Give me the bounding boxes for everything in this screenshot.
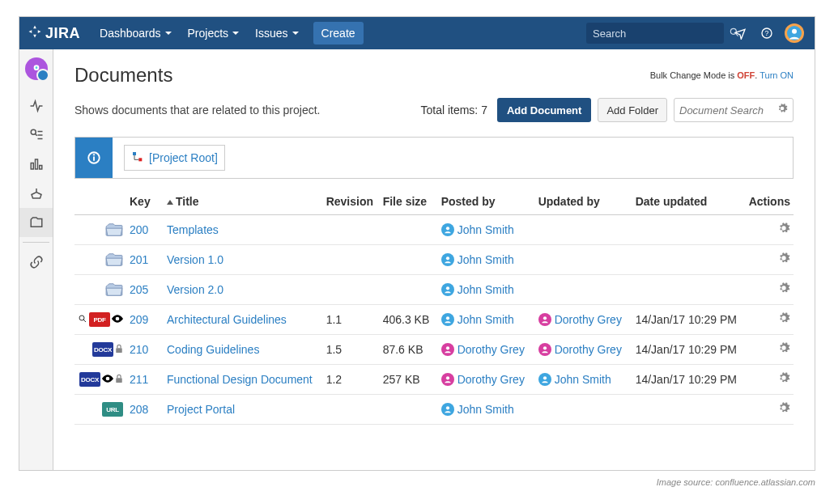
top-nav: JIRA Dashboards Projects Issues Create ?: [19, 17, 815, 49]
user-link[interactable]: John Smith: [441, 403, 514, 416]
document-search-input[interactable]: [679, 104, 777, 116]
breadcrumb-root-link[interactable]: [Project Root]: [149, 151, 218, 164]
user-avatar-icon: [441, 403, 454, 416]
doc-revision: 1.5: [323, 335, 380, 365]
folder-icon[interactable]: [78, 282, 123, 297]
user-menu[interactable]: [784, 23, 806, 43]
add-folder-button[interactable]: Add Folder: [598, 98, 667, 122]
user-link[interactable]: Dorothy Grey: [441, 343, 525, 356]
doc-revision: 1.2: [323, 365, 380, 395]
column-date-updated[interactable]: Date updated: [632, 188, 746, 215]
sidebar-activity-icon[interactable]: [19, 91, 53, 121]
doc-key-link[interactable]: 210: [130, 343, 148, 356]
help-icon[interactable]: ?: [756, 27, 779, 40]
doc-title-link[interactable]: Templates: [167, 223, 219, 236]
table-row: 200TemplatesJohn Smith: [74, 215, 794, 245]
table-row: DOCX210Coding Guidelines1.587.6 KBDoroth…: [74, 335, 794, 365]
search-settings-gear-icon[interactable]: [777, 103, 788, 117]
zoom-icon[interactable]: [78, 314, 87, 325]
info-icon[interactable]: [75, 138, 113, 178]
doc-title-link[interactable]: Architectural Guidelines: [167, 313, 287, 326]
sidebar-search-list-icon[interactable]: [19, 121, 53, 150]
user-link[interactable]: John Smith: [441, 253, 514, 266]
create-button[interactable]: Create: [313, 22, 364, 44]
doc-key-link[interactable]: 208: [130, 403, 148, 416]
user-link[interactable]: Dorothy Grey: [441, 373, 525, 386]
folder-icon[interactable]: [78, 252, 123, 267]
row-actions-gear-icon[interactable]: [777, 313, 790, 327]
global-search-input[interactable]: [593, 28, 729, 40]
user-link[interactable]: Dorothy Grey: [538, 313, 622, 326]
doc-key-link[interactable]: 200: [130, 223, 148, 236]
svg-point-26: [446, 286, 449, 290]
user-link[interactable]: John Smith: [441, 313, 514, 326]
svg-point-24: [446, 227, 449, 230]
doc-date-updated: [632, 275, 746, 305]
svg-point-25: [446, 256, 449, 260]
user-avatar-icon: [441, 313, 454, 326]
doc-date-updated: 14/Jan/17 10:29 PM: [632, 365, 746, 395]
eye-icon[interactable]: [112, 315, 123, 324]
svg-point-7: [35, 66, 37, 69]
lock-icon: [115, 344, 123, 355]
row-actions-gear-icon[interactable]: [777, 253, 790, 267]
doc-key-link[interactable]: 201: [130, 253, 148, 266]
table-row: URL208Project PortalJohn Smith: [74, 395, 794, 425]
sidebar-documents-icon[interactable]: [19, 208, 53, 237]
eye-icon[interactable]: [102, 375, 113, 384]
jira-logo[interactable]: JIRA: [28, 24, 80, 42]
svg-point-37: [446, 406, 449, 409]
row-actions-gear-icon[interactable]: [777, 403, 790, 417]
doc-date-updated: [632, 395, 746, 425]
doc-key-link[interactable]: 211: [130, 373, 148, 386]
breadcrumb-root[interactable]: [Project Root]: [124, 145, 225, 171]
doc-title-link[interactable]: Functional Design Document: [167, 373, 313, 386]
svg-point-19: [94, 155, 95, 155]
row-actions-gear-icon[interactable]: [777, 223, 790, 237]
svg-rect-34: [116, 378, 122, 383]
project-sidebar: [19, 49, 53, 470]
doc-key-link[interactable]: 205: [130, 283, 148, 296]
column-title[interactable]: Title: [164, 188, 323, 215]
column-posted-by[interactable]: Posted by: [438, 188, 535, 215]
user-link[interactable]: John Smith: [441, 283, 514, 296]
nav-issues[interactable]: Issues: [247, 17, 306, 49]
sidebar-ship-icon[interactable]: [19, 179, 53, 208]
add-document-button[interactable]: Add Document: [497, 98, 591, 122]
doc-revision: [323, 245, 380, 275]
nav-dashboards[interactable]: Dashboards: [91, 17, 180, 49]
column-revision[interactable]: Revision: [323, 188, 380, 215]
column-key[interactable]: Key: [126, 188, 164, 215]
folder-icon[interactable]: [78, 222, 123, 237]
sidebar-reports-icon[interactable]: [19, 150, 53, 179]
column-filesize[interactable]: File size: [380, 188, 438, 215]
sidebar-divider: [23, 242, 49, 243]
user-link[interactable]: Dorothy Grey: [538, 343, 622, 356]
doc-title-link[interactable]: Version 2.0: [167, 283, 223, 296]
doc-title-link[interactable]: Coding Guidelines: [167, 343, 259, 356]
doc-title-link[interactable]: Project Portal: [167, 403, 235, 416]
table-row: DOCX211Functional Design Document1.2257 …: [74, 365, 794, 395]
doc-key-link[interactable]: 209: [130, 313, 148, 326]
user-link[interactable]: John Smith: [441, 223, 514, 236]
row-actions-gear-icon[interactable]: [777, 343, 790, 357]
column-actions: Actions: [746, 188, 794, 215]
doc-title-link[interactable]: Version 1.0: [167, 253, 223, 266]
table-row: 205Version 2.0John Smith: [74, 275, 794, 305]
user-link[interactable]: John Smith: [538, 373, 611, 386]
column-updated-by[interactable]: Updated by: [535, 188, 632, 215]
bulk-turn-on-link[interactable]: Turn ON: [760, 70, 794, 80]
sidebar-link-icon[interactable]: [19, 248, 53, 277]
row-actions-gear-icon[interactable]: [777, 373, 790, 387]
user-avatar-icon: [441, 253, 454, 266]
project-avatar[interactable]: [25, 57, 48, 80]
user-avatar-icon: [441, 373, 454, 386]
global-search[interactable]: [586, 23, 724, 44]
document-search[interactable]: [674, 98, 794, 122]
jira-logo-icon: [28, 24, 42, 42]
feedback-icon[interactable]: [729, 27, 751, 40]
nav-projects[interactable]: Projects: [180, 17, 248, 49]
doc-filesize: 406.3 KB: [380, 305, 438, 335]
row-actions-gear-icon[interactable]: [777, 283, 790, 297]
svg-rect-13: [31, 163, 33, 170]
